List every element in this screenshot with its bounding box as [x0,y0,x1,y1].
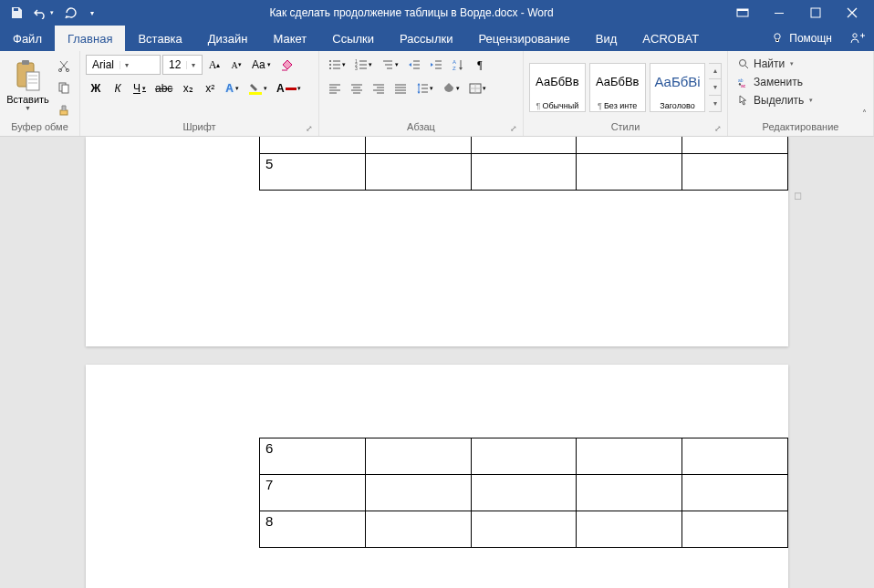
align-left-button[interactable] [325,78,345,98]
change-case-button[interactable]: Aa▾ [248,55,275,75]
group-label-clipboard: Буфер обме [5,119,74,134]
svg-point-17 [329,64,331,66]
table-row[interactable]: 7 [260,475,788,511]
svg-text:Z: Z [453,66,456,71]
tab-home[interactable]: Главная [55,26,125,51]
cut-button[interactable] [54,56,74,76]
show-marks-button[interactable]: ¶ [470,55,490,75]
font-dialog-launcher[interactable]: ⤢ [306,121,313,136]
tab-layout[interactable]: Макет [260,26,319,51]
table-row[interactable]: 6 [260,438,788,475]
svg-point-25 [740,60,746,67]
underline-button[interactable]: Ч▾ [130,78,150,98]
sort-button[interactable]: AZ [448,55,468,75]
superscript-button[interactable]: x² [200,78,220,98]
collapse-ribbon-button[interactable]: ˄ [856,107,872,119]
find-button[interactable]: Найти▾ [734,55,868,73]
ribbon-tabs: Файл Главная Вставка Дизайн Макет Ссылки… [0,26,874,51]
line-spacing-button[interactable]: ▾ [412,78,437,98]
decrease-indent-button[interactable] [404,55,424,75]
align-center-button[interactable] [347,78,367,98]
align-right-button[interactable] [369,78,389,98]
clear-formatting-button[interactable] [276,55,298,75]
undo-button[interactable]: ▾ [31,2,57,24]
close-button[interactable] [834,0,870,26]
table-end-marker: ◻ [794,190,802,201]
share-button[interactable] [841,26,874,51]
group-clipboard: Вставить ▼ Буфер обме [0,51,80,136]
page-2[interactable]: 6 7 8 [86,365,788,588]
ribbon-display-button[interactable] [724,0,761,26]
borders-button[interactable]: ▾ [465,78,490,98]
styles-scroll-down[interactable]: ▾ [709,79,721,96]
redo-button[interactable] [58,2,84,24]
shading-button[interactable]: ▾ [439,78,463,98]
group-label-paragraph: Абзац [407,121,435,132]
font-size-dropdown[interactable]: 12▾ [162,55,203,75]
tab-design[interactable]: Дизайн [195,26,261,51]
strikethrough-button[interactable]: abc [151,78,176,98]
styles-scroll-up[interactable]: ▴ [709,64,721,80]
font-color-button[interactable]: A▾ [273,78,305,98]
styles-dialog-launcher[interactable]: ⤢ [714,121,722,136]
tell-me-placeholder: Помощн [789,32,832,45]
style-heading1[interactable]: АаБбВі Заголово [650,63,706,112]
tab-view[interactable]: Вид [583,26,630,51]
style-no-spacing[interactable]: АаБбВв ¶Без инте [589,63,646,112]
italic-button[interactable]: К [108,78,128,98]
search-icon [737,58,750,69]
tab-insert[interactable]: Вставка [125,26,194,51]
increase-indent-button[interactable] [426,55,446,75]
styles-expand[interactable]: ▾ [709,96,721,111]
format-painter-button[interactable] [54,99,74,119]
minimize-button[interactable] [761,0,797,26]
text-effects-button[interactable]: A▾ [222,78,243,98]
svg-rect-14 [249,92,262,95]
bullets-button[interactable]: ▾ [325,55,349,75]
shrink-font-button[interactable]: A▾ [226,55,246,75]
subscript-button[interactable]: x₂ [178,78,198,98]
tab-acrobat[interactable]: ACROBAT [629,26,712,51]
group-editing: Найти▾ abac Заменить Выделить▾ Редактиро… [728,51,874,136]
paste-button[interactable]: Вставить ▼ [5,57,50,118]
tab-review[interactable]: Рецензирование [465,26,582,51]
group-font: Arial▾ 12▾ A▴ A▾ Aa▾ Ж К Ч▾ abc x₂ x² A▾… [80,51,319,136]
highlight-button[interactable]: ▾ [245,78,271,98]
tab-file[interactable]: Файл [0,26,55,51]
save-button[interactable] [4,2,29,24]
table-2[interactable]: 6 7 8 [259,438,788,548]
svg-text:A: A [453,59,456,65]
grow-font-button[interactable]: A▴ [204,55,224,75]
table-row[interactable]: 8 [260,511,788,548]
svg-rect-13 [60,110,68,115]
table-1[interactable]: 5 [259,137,788,191]
font-name-dropdown[interactable]: Arial▾ [86,55,161,75]
style-normal[interactable]: АаБбВв ¶Обычный [529,63,586,112]
svg-rect-8 [26,72,39,90]
bold-button[interactable]: Ж [86,78,106,98]
qat-customize-button[interactable]: ▾ [86,2,99,24]
tab-references[interactable]: Ссылки [319,26,387,51]
page-1[interactable]: 5 ◻ [86,137,788,346]
svg-point-5 [853,34,857,37]
table-row[interactable]: 5 [260,153,788,190]
tell-me-search[interactable]: Помощн [762,26,841,51]
svg-point-18 [329,67,331,69]
group-paragraph: ▾ 123▾ ▾ AZ ¶ ▾ ▾ ▾ Абзац⤢ [319,51,524,136]
paste-icon [14,59,43,92]
copy-button[interactable] [54,77,74,98]
maximize-button[interactable] [797,0,834,26]
replace-button[interactable]: abac Заменить [734,73,868,91]
svg-point-4 [775,34,780,39]
tab-mailings[interactable]: Рассылки [387,26,465,51]
titlebar: ▾ ▾ Как сделать продолжение таблицы в Во… [0,0,874,26]
multilevel-list-button[interactable]: ▾ [378,55,402,75]
table-row[interactable] [260,137,788,153]
lightbulb-icon [771,32,784,45]
justify-button[interactable] [390,78,411,98]
document-canvas[interactable]: 5 ◻ 6 7 [0,137,874,588]
numbering-button[interactable]: 123▾ [351,55,376,75]
paragraph-dialog-launcher[interactable]: ⤢ [510,121,517,136]
ribbon: Вставить ▼ Буфер обме Arial▾ 12▾ A▴ A▾ A… [0,51,874,137]
select-button[interactable]: Выделить▾ [734,91,868,109]
